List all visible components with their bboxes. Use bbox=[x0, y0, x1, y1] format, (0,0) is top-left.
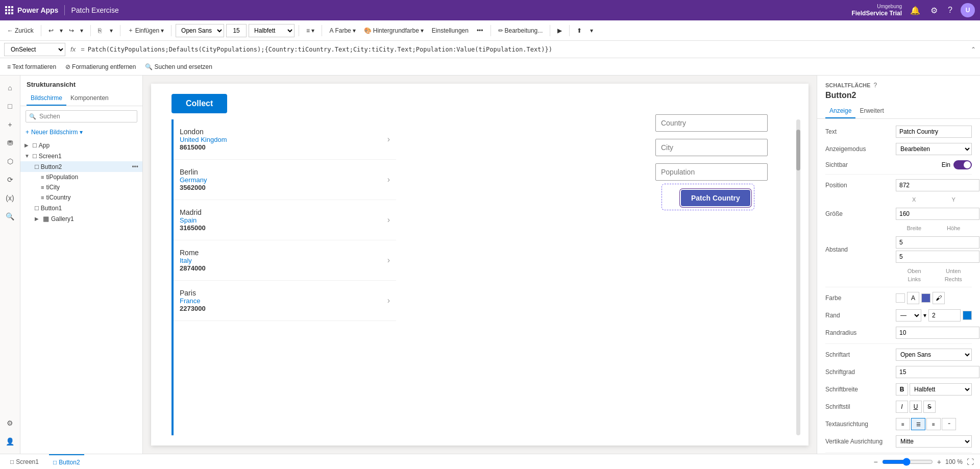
apps-grid-icon[interactable] bbox=[5, 6, 13, 14]
notifications-icon[interactable]: 🔔 bbox=[908, 5, 922, 16]
sidebar-item-ticity[interactable]: ≡ tiCity bbox=[20, 182, 142, 192]
align-center-button[interactable]: ☰ bbox=[911, 418, 925, 430]
strikethrough-button[interactable]: S̶ bbox=[923, 401, 936, 413]
tab-components[interactable]: Komponenten bbox=[66, 91, 113, 106]
run-button[interactable]: ▶ bbox=[554, 25, 565, 36]
zoom-slider[interactable] bbox=[882, 458, 933, 466]
edit-button[interactable]: ✏ Bearbeitung... bbox=[495, 25, 546, 36]
sidebar-item-gallery1[interactable]: ▶ ▦ Gallery1 bbox=[20, 213, 142, 224]
remove-format-button[interactable]: ⊘ Formatierung entfernen bbox=[62, 62, 139, 72]
statusbar-button2[interactable]: □ Button2 bbox=[49, 454, 84, 469]
align-button[interactable]: ≡ ▾ bbox=[303, 25, 317, 36]
gallery-item-london[interactable]: London United Kingdom 8615000 › bbox=[174, 119, 396, 160]
font-size-input[interactable] bbox=[226, 24, 247, 37]
italic-button[interactable]: I bbox=[896, 401, 908, 413]
nav-home-icon[interactable]: ⌂ bbox=[2, 80, 18, 96]
undo-button[interactable]: ↩ bbox=[45, 25, 57, 36]
copy-button[interactable]: ⎘ bbox=[95, 25, 105, 36]
bold-button[interactable]: B bbox=[896, 383, 908, 396]
rp-verticalign-select[interactable]: Mitte bbox=[896, 435, 972, 448]
sidebar-item-app[interactable]: ▶ □ App bbox=[20, 140, 142, 151]
bgcolor-button[interactable]: 🎨 Hintergrundfarbe ▾ bbox=[361, 25, 427, 36]
copy-dropdown[interactable]: ▾ bbox=[107, 25, 116, 36]
nav-connections-icon[interactable]: ⟳ bbox=[2, 171, 18, 188]
font-weight-select[interactable]: Halbfett bbox=[249, 24, 295, 37]
gallery-item-rome[interactable]: Rome Italy 2874000 › bbox=[174, 240, 396, 281]
nav-search2-icon[interactable]: 🔍 bbox=[2, 208, 18, 225]
rp-fontweight-select[interactable]: Halbfett bbox=[910, 383, 972, 396]
sidebar-item-ticountry[interactable]: ≡ tiCountry bbox=[20, 192, 142, 203]
sidebar-item-button2[interactable]: □ Button2 ••• bbox=[20, 161, 142, 172]
more-options-button[interactable]: ••• bbox=[474, 25, 486, 36]
patch-country-button[interactable]: Patch Country bbox=[681, 190, 750, 206]
city-input[interactable] bbox=[655, 139, 768, 156]
nav-variables-icon[interactable]: (x) bbox=[2, 190, 18, 206]
rp-color-text-swatch[interactable] bbox=[896, 293, 905, 303]
rp-color-text-btn[interactable]: A bbox=[907, 292, 919, 304]
formula-input[interactable] bbox=[88, 46, 968, 53]
gallery-item-berlin[interactable]: Berlin Germany 3562000 › bbox=[174, 160, 396, 200]
rp-visible-toggle[interactable]: Ein bbox=[942, 160, 972, 169]
publish-more-button[interactable]: ▾ bbox=[587, 25, 596, 36]
rp-border-width-input[interactable] bbox=[928, 309, 961, 322]
rp-color-fill-btn[interactable]: 🖌 bbox=[933, 292, 945, 304]
undo-dropdown[interactable]: ▾ bbox=[57, 25, 66, 36]
statusbar-screen1[interactable]: □ Screen1 bbox=[6, 454, 43, 469]
rp-tab-extended[interactable]: Erweitert bbox=[855, 104, 888, 118]
rp-spacing-top[interactable] bbox=[896, 236, 979, 249]
nav-account-icon[interactable]: 👤 bbox=[2, 433, 18, 450]
visible-switch[interactable] bbox=[953, 160, 972, 169]
find-replace-button[interactable]: 🔍 Suchen und ersetzen bbox=[142, 62, 215, 72]
rp-pos-x-input[interactable] bbox=[896, 179, 979, 191]
avatar[interactable]: U bbox=[961, 3, 975, 17]
rp-spacing-left[interactable] bbox=[896, 251, 979, 263]
country-input[interactable] bbox=[655, 114, 768, 132]
formula-expand-icon[interactable]: ⌃ bbox=[971, 46, 976, 53]
rp-text-input[interactable] bbox=[896, 126, 972, 138]
color-button[interactable]: A Farbe ▾ bbox=[326, 25, 358, 36]
sidebar-item-button1[interactable]: □ Button1 bbox=[20, 203, 142, 213]
rp-width-input[interactable] bbox=[896, 208, 979, 220]
settings-icon[interactable]: ⚙ bbox=[928, 5, 940, 16]
settings-button[interactable]: Einstellungen bbox=[429, 25, 472, 36]
rp-border-radius-input[interactable] bbox=[896, 327, 979, 339]
font-family-select[interactable]: Open Sans bbox=[176, 24, 224, 37]
rp-tab-display[interactable]: Anzeige bbox=[825, 104, 855, 118]
nav-media-icon[interactable]: ⬡ bbox=[2, 153, 18, 169]
sidebar-item-screen1[interactable]: ▼ □ Screen1 bbox=[20, 151, 142, 161]
nav-data-icon[interactable]: ⛃ bbox=[2, 135, 18, 151]
gallery-item-madrid[interactable]: Madrid Spain 3165000 › bbox=[174, 200, 396, 240]
insert-button[interactable]: ＋ Einfügen ▾ bbox=[125, 24, 167, 37]
rp-displaymode-select[interactable]: Bearbeiten bbox=[896, 143, 972, 155]
gallery-item-paris[interactable]: Paris France 2273000 › bbox=[174, 281, 396, 321]
publish-button[interactable]: ⬆ bbox=[574, 25, 585, 36]
rp-border-color-swatch[interactable] bbox=[963, 311, 972, 320]
align-left-button[interactable]: ≡ bbox=[896, 418, 910, 430]
canvas-scrollbar[interactable] bbox=[796, 119, 800, 435]
button2-context-menu[interactable]: ••• bbox=[132, 163, 138, 170]
redo-dropdown[interactable]: ▾ bbox=[77, 25, 86, 36]
rp-color-fill-swatch[interactable] bbox=[921, 293, 930, 303]
tab-screens[interactable]: Bildschirme bbox=[27, 91, 66, 106]
help-icon[interactable]: ? bbox=[946, 5, 954, 16]
format-text-button[interactable]: ≡ Text formatieren bbox=[4, 62, 59, 72]
nav-settings2-icon[interactable]: ⚙ bbox=[2, 415, 18, 431]
rp-border-style-select[interactable]: — bbox=[896, 309, 921, 322]
rp-help-icon[interactable]: ? bbox=[873, 82, 877, 89]
align-right-button[interactable]: ≡ bbox=[926, 418, 941, 430]
fullscreen-button[interactable]: ⛶ bbox=[967, 458, 974, 466]
scrollbar-thumb[interactable] bbox=[796, 130, 800, 170]
new-screen-button[interactable]: + Neuer Bildschirm ▾ bbox=[20, 127, 142, 138]
rp-font-select[interactable]: Open Sans bbox=[896, 349, 972, 361]
redo-button[interactable]: ↪ bbox=[66, 25, 77, 36]
nav-insert-icon[interactable]: + bbox=[2, 116, 18, 133]
zoom-in-button[interactable]: + bbox=[937, 458, 941, 466]
population-input[interactable] bbox=[655, 163, 768, 181]
underline-button[interactable]: U bbox=[910, 401, 922, 413]
align-justify-button[interactable]: ⁼ bbox=[942, 418, 956, 430]
back-button[interactable]: ← Zurück bbox=[4, 25, 37, 36]
sidebar-search-input[interactable] bbox=[26, 110, 137, 122]
formula-selector[interactable]: OnSelect bbox=[4, 43, 65, 56]
collect-button[interactable]: Collect bbox=[172, 94, 227, 113]
rp-fontsize-input[interactable] bbox=[896, 366, 979, 378]
